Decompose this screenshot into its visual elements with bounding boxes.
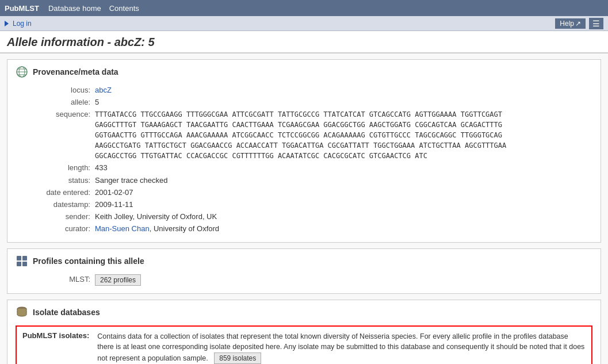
svg-rect-7 — [17, 262, 21, 266]
datestamp-row: datestamp: 2009-11-11 — [27, 200, 592, 210]
allele-label: allele: — [27, 97, 90, 108]
sender-row: sender: Keith Jolley, University of Oxfo… — [27, 212, 592, 222]
provenance-table: locus: abcZ allele: 5 sequence: TTTGATAC… — [27, 85, 592, 235]
length-row: length: 433 — [27, 163, 592, 173]
svg-rect-5 — [17, 256, 21, 260]
provenance-section: Provenance/meta data locus: abcZ allele:… — [7, 59, 601, 243]
provenance-title: Provenance/meta data — [33, 67, 118, 76]
svg-rect-6 — [22, 256, 27, 260]
page-title-bar: Allele information - abcZ: 5 — [0, 31, 608, 53]
locus-value: abcZ — [95, 85, 112, 95]
database-icon — [16, 306, 28, 319]
svg-rect-8 — [22, 262, 27, 266]
allele-value: 5 — [95, 97, 99, 108]
date-entered-value: 2001-02-07 — [95, 187, 133, 198]
datestamp-value: 2009-11-11 — [95, 200, 133, 210]
sequence-value: TTTGATACCG TTGCCGAAGG TTTGGGCGAA ATTCGCG… — [95, 109, 506, 161]
page-title: Allele information - abcZ: 5 — [7, 36, 601, 49]
nav-contents[interactable]: Contents — [109, 4, 139, 13]
right-actions: Help ↗ ☰ — [555, 18, 603, 29]
profiles-section: Profiles containing this allele MLST: 26… — [7, 248, 601, 294]
profiles-table: MLST: 262 profiles — [27, 274, 592, 286]
date-entered-label: date entered: — [27, 187, 90, 198]
length-value: 433 — [95, 163, 108, 173]
mlst-label: MLST: — [27, 274, 90, 286]
profiles-title: Profiles containing this allele — [33, 256, 144, 266]
curator-link[interactable]: Man-Suen Chan — [95, 224, 150, 233]
status-label: status: — [27, 175, 90, 186]
locus-label: locus: — [27, 85, 90, 95]
locus-link[interactable]: abcZ — [95, 86, 112, 94]
curator-suffix: , University of Oxford — [150, 224, 219, 233]
isolate-desc-text: Contains data for a collection of isolat… — [97, 332, 584, 363]
status-row: status: Sanger trace checked — [27, 175, 592, 186]
isolate-databases-section: Isolate databases PubMLST isolates: Cont… — [7, 300, 601, 365]
sender-value: Keith Jolley, University of Oxford, UK — [95, 212, 217, 222]
allele-row: allele: 5 — [27, 97, 592, 108]
login-link[interactable]: Log in — [5, 20, 32, 28]
sequence-row: sequence: TTTGATACCG TTGCCGAAGG TTTGGGCG… — [27, 109, 592, 161]
help-button[interactable]: Help ↗ — [555, 18, 586, 29]
help-external-icon: ↗ — [575, 20, 581, 28]
login-arrow-icon — [5, 21, 9, 26]
nav-database-home[interactable]: Database home — [48, 4, 101, 13]
curator-value: Man-Suen Chan, University of Oxford — [95, 224, 219, 234]
profiles-header: Profiles containing this allele — [16, 255, 592, 270]
isolate-databases-header: Isolate databases — [16, 306, 592, 321]
pubmlst-isolates-label: PubMLST isolates: — [22, 331, 89, 340]
brand-logo: PubMLST — [5, 4, 39, 13]
mlst-row: MLST: 262 profiles — [27, 274, 592, 286]
isolate-row: PubMLST isolates: Contains data for a co… — [16, 325, 592, 365]
menu-button[interactable]: ☰ — [589, 18, 603, 29]
globe-icon — [16, 66, 28, 78]
provenance-header: Provenance/meta data — [16, 66, 592, 81]
sender-label: sender: — [27, 212, 90, 222]
curator-label: curator: — [27, 224, 90, 234]
main-content: Provenance/meta data locus: abcZ allele:… — [0, 53, 608, 364]
isolate-databases-title: Isolate databases — [33, 308, 100, 317]
status-value: Sanger trace checked — [95, 175, 167, 186]
curator-row: curator: Man-Suen Chan, University of Ox… — [27, 224, 592, 234]
top-navigation: PubMLST Database home Contents — [0, 0, 608, 16]
secondary-bar: Log in Help ↗ ☰ — [0, 16, 608, 31]
length-label: length: — [27, 163, 90, 173]
login-label: Log in — [13, 20, 32, 28]
datestamp-label: datestamp: — [27, 200, 90, 210]
pubmlst-isolates-description: Contains data for a collection of isolat… — [97, 331, 586, 365]
sequence-label: sequence: — [27, 109, 90, 161]
help-label: Help — [560, 20, 574, 28]
grid-icon — [16, 255, 28, 267]
date-entered-row: date entered: 2001-02-07 — [27, 187, 592, 198]
mlst-value: 262 profiles — [95, 274, 141, 286]
mlst-profiles-button[interactable]: 262 profiles — [95, 274, 141, 286]
locus-row: locus: abcZ — [27, 85, 592, 95]
isolates-count-button[interactable]: 859 isolates — [214, 352, 261, 364]
